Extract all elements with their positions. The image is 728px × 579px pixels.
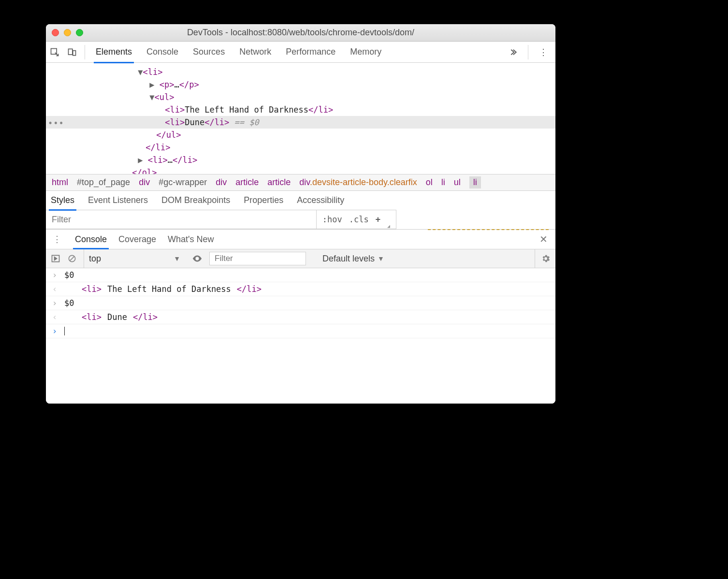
tab-sources[interactable]: Sources: [193, 42, 225, 63]
styles-controls: :hov .cls + ◢: [316, 210, 396, 229]
devtools-window: DevTools - localhost:8080/web/tools/chro…: [46, 24, 555, 404]
drawer-tab-what-s-new[interactable]: What's New: [168, 230, 214, 249]
execute-icon[interactable]: [51, 254, 60, 263]
subtab-styles[interactable]: Styles: [51, 191, 74, 210]
resize-handle-icon[interactable]: ◢: [387, 223, 390, 229]
console-entry[interactable]: ›<li>The Left Hand of Darkness</li>: [46, 282, 555, 296]
breadcrumb-item[interactable]: ul: [454, 177, 461, 188]
subtab-dom-breakpoints[interactable]: DOM Breakpoints: [161, 191, 230, 210]
svg-rect-1: [69, 49, 73, 55]
console-filter[interactable]: [209, 252, 306, 265]
breadcrumb-item[interactable]: div.devsite-article-body.clearfix: [299, 177, 417, 188]
log-levels-select[interactable]: Default levels ▼: [322, 254, 384, 264]
console-entry[interactable]: ›$0: [46, 296, 555, 310]
console-entry[interactable]: ›<li>Dune</li>: [46, 310, 555, 324]
drawer-tab-console[interactable]: Console: [75, 230, 107, 249]
breadcrumb-item[interactable]: #gc-wrapper: [159, 177, 207, 188]
dom-node[interactable]: ▼<li>: [46, 66, 555, 78]
live-expression-icon[interactable]: [192, 253, 203, 264]
new-style-rule-icon[interactable]: +: [376, 215, 380, 224]
chevron-down-icon: ▼: [174, 255, 180, 262]
dom-breadcrumbs[interactable]: html#top_of_pagediv#gc-wrapperdivarticle…: [46, 174, 555, 190]
console-output[interactable]: ›$0›<li>The Left Hand of Darkness</li>›$…: [46, 268, 555, 404]
main-tabs: ElementsConsoleSourcesNetworkPerformance…: [96, 42, 502, 63]
console-filter-input[interactable]: [214, 253, 302, 264]
breadcrumb-item[interactable]: div: [216, 177, 227, 188]
separator: [528, 45, 528, 59]
more-tabs-icon[interactable]: [502, 48, 524, 57]
inspect-element-icon[interactable]: [46, 43, 63, 61]
dom-node[interactable]: <li>The Left Hand of Darkness</li>: [46, 103, 555, 116]
execution-context-select[interactable]: top ▼: [84, 249, 185, 268]
console-entry[interactable]: ›$0: [46, 268, 555, 282]
console-settings-icon[interactable]: [535, 249, 551, 268]
highlight-dashed: [428, 229, 549, 231]
close-drawer-icon[interactable]: ✕: [537, 233, 551, 245]
drawer-tab-coverage[interactable]: Coverage: [118, 230, 156, 249]
title-bar: DevTools - localhost:8080/web/tools/chro…: [46, 24, 555, 42]
subtab-properties[interactable]: Properties: [244, 191, 283, 210]
main-tab-bar: ElementsConsoleSourcesNetworkPerformance…: [46, 42, 555, 63]
svg-point-5: [196, 258, 198, 260]
subtab-accessibility[interactable]: Accessibility: [297, 191, 344, 210]
dom-node[interactable]: ▶ <li>…</li>: [46, 154, 555, 166]
settings-menu-icon[interactable]: ⋮: [532, 47, 555, 58]
chevron-down-icon: ▼: [378, 255, 384, 262]
tab-performance[interactable]: Performance: [286, 42, 335, 63]
window-title: DevTools - localhost:8080/web/tools/chro…: [46, 28, 555, 38]
tab-network[interactable]: Network: [239, 42, 271, 63]
dom-node[interactable]: </ul>: [46, 129, 555, 141]
dom-node[interactable]: ▶ <p>…</p>: [46, 78, 555, 91]
styles-filter-input[interactable]: [51, 214, 311, 225]
dom-node[interactable]: </ol>: [46, 166, 555, 174]
tab-elements[interactable]: Elements: [96, 42, 132, 63]
styles-filter[interactable]: [46, 210, 316, 229]
drawer-tab-bar: ⋮ ConsoleCoverageWhat's New ✕: [46, 230, 555, 249]
breadcrumb-item[interactable]: #top_of_page: [77, 177, 130, 188]
tab-console[interactable]: Console: [146, 42, 178, 63]
console-prompt[interactable]: ›: [46, 324, 555, 338]
styles-toolbar: :hov .cls + ◢: [46, 210, 396, 229]
clear-console-icon[interactable]: [67, 254, 77, 263]
dom-node[interactable]: </li>: [46, 141, 555, 154]
drawer: ⋮ ConsoleCoverageWhat's New ✕ top ▼: [46, 229, 555, 404]
svg-rect-2: [73, 50, 76, 55]
breadcrumb-item[interactable]: article: [235, 177, 259, 188]
toggle-hover-button[interactable]: :hov: [322, 215, 342, 224]
console-toolbar: top ▼ Default levels ▼: [46, 249, 555, 268]
breadcrumb-item[interactable]: ol: [426, 177, 433, 188]
styles-right-pane: [396, 210, 555, 229]
device-toolbar-icon[interactable]: [63, 43, 81, 61]
separator: [85, 45, 85, 59]
drawer-tabs: ConsoleCoverageWhat's New: [75, 230, 214, 249]
dom-node[interactable]: ••• <li>Dune</li> == $0: [46, 116, 555, 129]
breadcrumb-item[interactable]: div: [139, 177, 150, 188]
log-levels-label: Default levels: [322, 254, 375, 264]
execution-context-label: top: [89, 254, 101, 264]
subtab-event-listeners[interactable]: Event Listeners: [88, 191, 148, 210]
breadcrumb-item[interactable]: html: [52, 177, 68, 188]
drawer-menu-icon[interactable]: ⋮: [51, 234, 64, 245]
styles-pane: :hov .cls + ◢: [46, 210, 555, 229]
tab-memory[interactable]: Memory: [350, 42, 381, 63]
toggle-class-button[interactable]: .cls: [349, 215, 369, 224]
sidebar-sub-tabs: StylesEvent ListenersDOM BreakpointsProp…: [46, 190, 555, 210]
breadcrumb-item[interactable]: li: [441, 177, 445, 188]
elements-dom-tree[interactable]: ▼<li> ▶ <p>…</p> ▼<ul> <li>The Left Hand…: [46, 63, 555, 174]
breadcrumb-item[interactable]: article: [267, 177, 291, 188]
breadcrumb-item[interactable]: li: [469, 176, 481, 188]
dom-node[interactable]: ▼<ul>: [46, 91, 555, 103]
